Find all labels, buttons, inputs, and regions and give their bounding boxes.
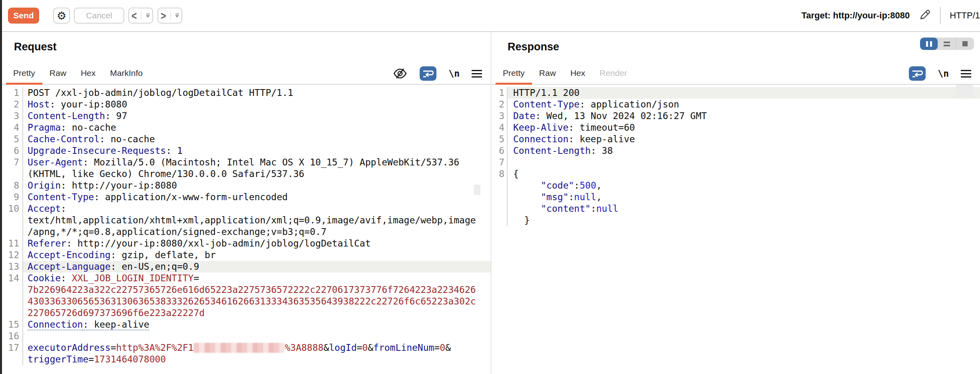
line-number [492,215,504,226]
line-number: 12 [2,249,19,261]
lines-view-button[interactable] [938,38,956,50]
code-segment: : [574,180,580,191]
code-line: 5Cache-Control: no-cache [2,133,491,145]
request-view-icons: \n [392,66,482,84]
history-dropdown-icon[interactable] [175,14,179,18]
line-content: /apng,*/*;q=0.8,application/signed-excha… [22,226,491,238]
settings-button[interactable]: ⚙ [53,8,70,24]
line-content: Upgrade-Insecure-Requests: 1 [22,145,491,157]
word-wrap-icon[interactable] [420,66,436,81]
code-segment: : [569,192,574,202]
line-content: Content-Type: application/x-www-form-url… [22,191,491,203]
line-content: 7b226964223a322c22757365726e616d65223a22… [22,284,491,296]
code-line: 9Content-Type: application/x-www-form-ur… [2,191,491,203]
code-line: 4303363306565363130636538333262653461626… [2,296,491,307]
edit-target-pencil-icon[interactable] [918,8,931,23]
request-tab-markinfo[interactable]: MarkInfo [103,68,150,84]
code-line: "code":500, [492,180,980,191]
code-segment: triggerTime [28,354,88,364]
code-line: 227065726d697373696f6e223a22227d [2,307,491,319]
code-segment: : Wed, 13 Nov 2024 02:16:27 GMT [535,111,707,121]
line-number: 5 [2,133,19,145]
line-content: Accept: [22,203,491,215]
code-segment: : 97 [105,111,127,121]
code-segment: , [596,192,602,202]
pause-button[interactable] [920,38,938,50]
line-number: 7 [492,157,504,168]
line-content: "msg":null, [507,191,980,203]
response-tab-hex[interactable]: Hex [563,68,592,84]
line-number: 3 [2,110,19,122]
request-tab-raw[interactable]: Raw [42,68,74,84]
code-line: triggerTime=1731464078000 [2,354,491,365]
line-content: Date: Wed, 13 Nov 2024 02:16:27 GMT [507,110,980,122]
response-tab-pretty[interactable]: Pretty [496,68,532,84]
code-line: 15Connection: keep-alive [2,319,491,330]
response-scrollbar-thumb[interactable] [956,85,973,97]
next-request-button[interactable]: > [157,8,182,24]
code-segment: 0 [440,342,445,353]
code-segment: Accept-Language [28,261,111,272]
line-number [492,191,504,203]
line-content: Content-Length: 97 [22,110,491,122]
line-content [507,157,980,168]
code-segment: 1731464078000 [94,354,166,364]
code-segment: { [513,169,519,179]
code-segment: Keep-Alive [513,122,568,133]
show-newlines-icon[interactable]: \n [448,68,460,79]
code-segment: : keep-alive [568,134,635,144]
send-button[interactable]: Send [8,8,39,24]
line-content: POST /xxl-job-admin/joblog/logDetailCat … [22,87,491,99]
line-content: "code":500, [507,180,980,191]
request-tab-hex[interactable]: Hex [74,68,103,84]
code-segment: XXL_JOB_LOGIN_IDENTITY [72,273,194,283]
line-content: Content-Type: application/json [507,99,980,110]
code-segment: : no-cache [61,122,116,133]
code-line: 2Content-Type: application/json [492,99,980,110]
editor-menu-icon[interactable] [472,70,482,78]
line-number: 13 [2,261,19,273]
code-segment: Accept-Encoding [28,250,111,260]
horizontal-bars-icon [944,42,950,46]
code-line: /apng,*/*;q=0.8,application/signed-excha… [2,226,491,238]
target-label: Target: http://your-ip:8080 [801,10,910,21]
code-segment: HTTP/1.1 200 [513,88,580,98]
code-segment: : http://your-ip:8080/xxl-job-admin/jobl… [66,238,371,249]
request-editor[interactable]: 1POST /xxl-job-admin/joblog/logDetailCat… [2,87,491,374]
hide-nonprintable-icon[interactable] [392,68,408,80]
stop-button[interactable] [956,38,974,50]
code-line: 8Origin: http://your-ip:8080 [2,180,491,191]
code-segment: : your-ip:8080 [50,99,127,109]
line-number [2,284,19,296]
repeater-toolbar: Send ⚙ Cancel < > Target: http://your-ip… [2,0,980,32]
response-tab-raw[interactable]: Raw [532,68,563,84]
line-content: (KHTML, like Gecko) Chrome/130.0.0.0 Saf… [22,168,491,180]
code-segment: Origin [28,180,61,191]
response-tab-render: Render [592,68,634,84]
line-content: Content-Length: 38 [507,145,980,157]
word-wrap-icon[interactable] [909,66,926,81]
line-number: 14 [2,273,19,284]
code-segment: = [111,342,116,353]
show-newlines-icon[interactable]: \n [938,68,949,79]
code-segment: User-Agent [28,157,83,167]
line-content: User-Agent: Mozilla/5.0 (Macintosh; Inte… [22,157,491,168]
line-number [2,354,19,365]
line-content: 227065726d697373696f6e223a22227d [22,307,491,319]
editor-menu-icon[interactable] [961,70,971,78]
code-line: 6Upgrade-Insecure-Requests: 1 [2,145,491,157]
pause-icon [926,41,932,47]
response-editor[interactable]: 1HTTP/1.1 2002Content-Type: application/… [492,87,980,374]
cancel-button[interactable]: Cancel [74,8,124,24]
code-segment: : http://your-ip:8080 [61,180,177,191]
code-segment: & [368,342,373,353]
request-tab-pretty[interactable]: Pretty [6,68,42,84]
line-content: { [507,168,980,180]
code-line: 4Pragma: no-cache [2,122,491,133]
request-scrollbar-thumb[interactable] [474,185,480,195]
code-segment: : 1 [166,145,183,156]
history-dropdown-icon[interactable] [146,14,150,18]
code-segment: Host [28,99,50,109]
code-line: 1HTTP/1.1 200 [492,87,980,99]
prev-request-button[interactable]: < [128,8,153,24]
